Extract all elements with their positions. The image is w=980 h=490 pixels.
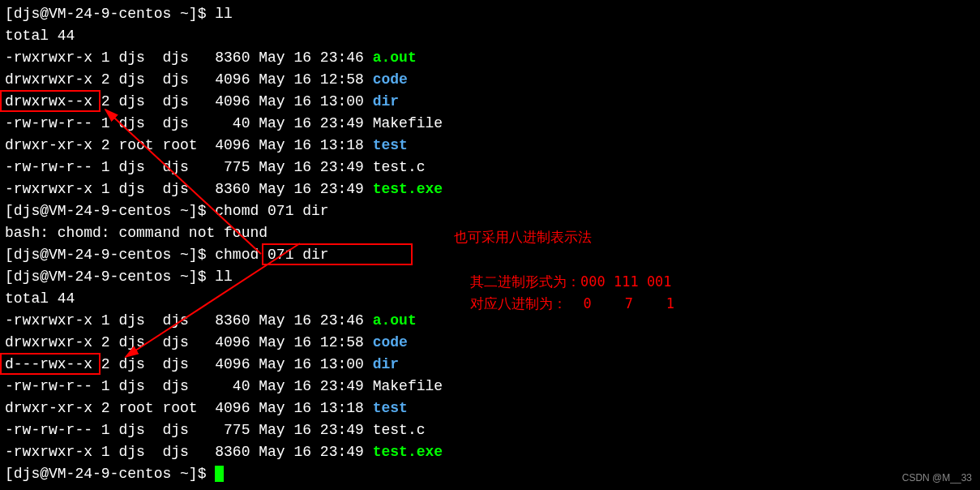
ls-row: drwxrwxr-x 2 djs djs 4096 May 16 12:58 c…	[5, 69, 975, 91]
ls-row: drwxr-xr-x 2 root root 4096 May 16 13:18…	[5, 135, 975, 157]
ls-row: -rw-rw-r-- 1 djs djs 775 May 16 23:49 te…	[5, 419, 975, 441]
prompt-line[interactable]: [djs@VM-24-9-centos ~]$ ll	[5, 3, 975, 25]
watermark: CSDN @M__33	[902, 471, 972, 485]
cursor	[215, 466, 224, 482]
annotation-octal: 对应八进制为： 0 7 1	[470, 294, 674, 315]
ls-row: -rw-rw-r-- 1 djs djs 40 May 16 23:49 Mak…	[5, 376, 975, 398]
ls-row: -rwxrwxr-x 1 djs djs 8360 May 16 23:49 t…	[5, 441, 975, 463]
ls-row: drwxrwxr-x 2 djs djs 4096 May 16 12:58 c…	[5, 332, 975, 354]
ls-row: -rw-rw-r-- 1 djs djs 775 May 16 23:49 te…	[5, 157, 975, 178]
ls-row: -rwxrwxr-x 1 djs djs 8360 May 16 23:49 t…	[5, 178, 975, 200]
ls-row: d---rwx--x 2 djs djs 4096 May 16 13:00 d…	[5, 354, 975, 376]
annotation-title: 也可采用八进制表示法	[454, 227, 592, 248]
ls-row: -rw-rw-r-- 1 djs djs 40 May 16 23:49 Mak…	[5, 113, 975, 135]
total-line: total 44	[5, 25, 975, 47]
prompt-line[interactable]: [djs@VM-24-9-centos ~]$	[5, 463, 975, 485]
ls-row: drwxrwx--x 2 djs djs 4096 May 16 13:00 d…	[5, 91, 975, 113]
ls-row: drwxr-xr-x 2 root root 4096 May 16 13:18…	[5, 398, 975, 419]
annotation-binary: 其二进制形式为：000 111 001	[470, 272, 672, 293]
prompt-line[interactable]: [djs@VM-24-9-centos ~]$ chomd 071 dir	[5, 200, 975, 222]
ls-row: -rwxrwxr-x 1 djs djs 8360 May 16 23:46 a…	[5, 47, 975, 69]
